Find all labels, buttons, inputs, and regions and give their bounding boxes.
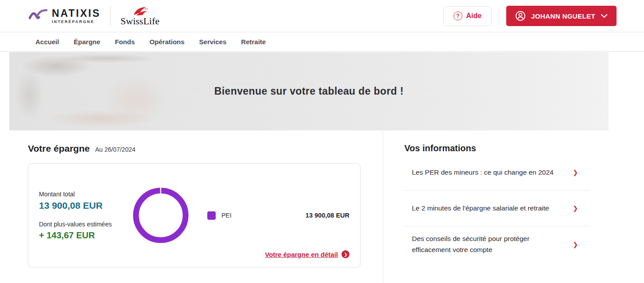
help-button[interactable]: ? Aide [443,6,492,26]
header-actions: ? Aide JOHANN NGUELET [443,6,617,26]
legend-label: PEI [221,212,232,219]
swisslife-logo: SwissLife [120,6,159,26]
brand-logos: NATIXIS INTERÉPARGNE SwissLife [29,6,159,26]
info-item-per-mineurs[interactable]: Les PER des mineurs : ce qui change en 2… [404,155,590,191]
savings-section: Votre épargne Au 26/07/2024 Montant tota… [28,130,361,283]
info-item-conseils-securite[interactable]: Des conseils de sécurité pour protéger e… [404,226,590,262]
nav-item-fonds[interactable]: Fonds [115,38,135,46]
natixis-logo: NATIXIS INTERÉPARGNE [29,8,101,24]
nav-item-accueil[interactable]: Accueil [35,38,59,46]
swisslife-mark-icon [131,6,149,16]
hero-banner: Bienvenue sur votre tableau de bord ! [9,52,609,130]
natixis-wordmark: NATIXIS INTERÉPARGNE [52,8,101,24]
chevron-right-icon: ❯ [573,205,578,212]
app-header: NATIXIS INTERÉPARGNE SwissLife ? Aide [0,0,644,32]
chevron-right-icon: ❯ [573,241,578,248]
informations-section: Vos informations Les PER des mineurs : c… [383,130,590,283]
info-item-text: Le 2 minutes de l'épargne salariale et r… [412,203,549,214]
total-label: Montant total [39,191,133,198]
savings-as-of-date: Au 26/07/2024 [95,146,136,153]
savings-detail-link[interactable]: Votre épargne en détail ❯ [265,250,349,258]
info-item-text: Les PER des mineurs : ce qui change en 2… [412,167,554,178]
nav-item-epargne[interactable]: Épargne [74,38,100,46]
gains-label: Dont plus-values estimées [39,221,133,228]
savings-header: Votre épargne Au 26/07/2024 [28,143,361,154]
brand-divider [110,6,111,26]
help-label: Aide [466,12,482,20]
legend-value: 13 900,08 EUR [306,212,349,219]
savings-amounts: Montant total 13 900,08 EUR Dont plus-va… [39,191,133,241]
hero-photo [9,52,178,130]
nav-item-services[interactable]: Services [199,38,227,46]
account-name: JOHANN NGUELET [531,12,595,20]
natixis-subtitle: INTERÉPARGNE [52,20,101,24]
natixis-name: NATIXIS [52,8,101,19]
donut-legend: PEI 13 900,08 EUR [207,211,349,220]
account-menu-button[interactable]: JOHANN NGUELET [506,6,617,26]
savings-detail-link-label: Votre épargne en détail [265,251,338,258]
header-separator [499,7,499,25]
info-item-text: Des conseils de sécurité pour protéger e… [412,233,565,255]
info-item-2-minutes[interactable]: Le 2 minutes de l'épargne salariale et r… [404,191,590,226]
nav-item-operations[interactable]: Opérations [149,38,184,46]
informations-list: Les PER des mineurs : ce qui change en 2… [404,155,590,262]
arrow-circle-icon: ❯ [341,250,349,258]
main-content: Votre épargne Au 26/07/2024 Montant tota… [0,130,644,283]
user-icon [515,11,526,21]
help-question-icon: ? [454,11,462,20]
legend-color-chip [207,211,216,220]
total-value: 13 900,08 EUR [39,200,133,211]
nav-item-retraite[interactable]: Retraite [241,38,266,46]
savings-card: Montant total 13 900,08 EUR Dont plus-va… [28,163,361,268]
gains-value: + 143,67 EUR [39,230,133,241]
main-nav: Accueil Épargne Fonds Opérations Service… [0,32,644,52]
hero-title: Bienvenue sur votre tableau de bord ! [214,85,404,97]
swisslife-name: SwissLife [120,16,159,26]
savings-title: Votre épargne [28,143,90,154]
chevron-right-icon: ❯ [573,169,578,176]
informations-title: Vos informations [404,143,590,153]
savings-donut-chart [133,187,189,243]
natixis-mark-icon [29,8,47,23]
chevron-down-icon [601,14,608,18]
